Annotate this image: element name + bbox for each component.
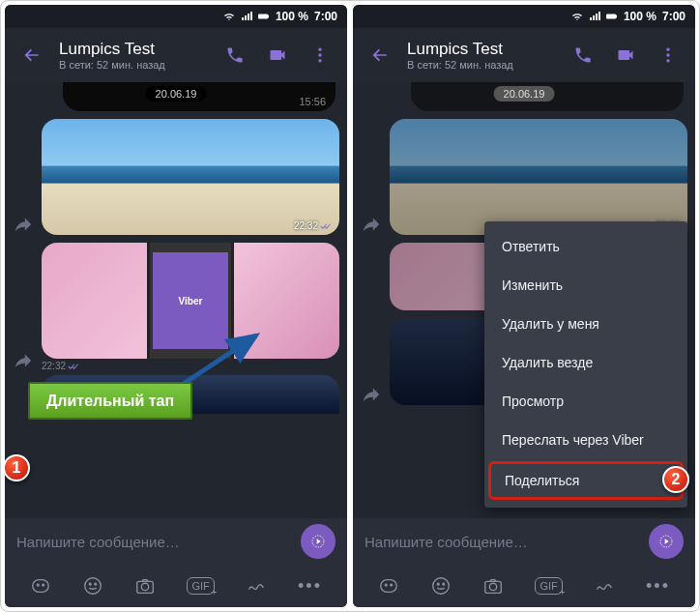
- forward-icon[interactable]: [361, 214, 382, 235]
- forward-icon[interactable]: [361, 384, 382, 405]
- menu-item-forward-viber[interactable]: Переслать через Viber: [484, 421, 687, 459]
- menu-item-edit[interactable]: Изменить: [484, 266, 687, 305]
- voice-message-button[interactable]: [301, 524, 335, 559]
- sticker-icon[interactable]: [378, 575, 399, 597]
- doodle-icon[interactable]: [594, 575, 615, 597]
- chat-title[interactable]: Lumpics Test: [407, 40, 556, 59]
- message-row: 22:32: [361, 119, 687, 235]
- more-attachments[interactable]: •••: [646, 576, 670, 597]
- chat-area[interactable]: 20.06.19 22:32 Viber Ответить Изменить У…: [353, 82, 695, 518]
- svg-rect-20: [381, 580, 397, 593]
- menu-item-delete-for-me[interactable]: Удалить у меня: [484, 305, 687, 343]
- svg-point-25: [443, 583, 445, 585]
- svg-point-18: [666, 59, 669, 62]
- gif-button[interactable]: GIF+: [187, 577, 214, 595]
- more-button[interactable]: [653, 40, 684, 71]
- timestamp: 22:32: [294, 220, 332, 231]
- attachment-toolbar: GIF+ •••: [353, 565, 695, 607]
- status-bar: 100 % 7:00: [353, 5, 695, 28]
- svg-point-27: [490, 583, 497, 590]
- gif-button[interactable]: GIF+: [535, 577, 562, 595]
- phone-right: 100 % 7:00 Lumpics Test В сети: 52 мин. …: [353, 5, 695, 607]
- svg-rect-14: [606, 15, 616, 19]
- svg-point-17: [666, 53, 669, 56]
- chat-subtitle: В сети: 52 мин. назад: [59, 59, 208, 71]
- camera-icon[interactable]: [482, 575, 504, 597]
- signal-icon: [241, 11, 252, 22]
- clock: 7:00: [314, 10, 337, 23]
- photo-message-beach[interactable]: 22:32: [390, 119, 687, 235]
- video-call-button[interactable]: [610, 40, 641, 71]
- svg-rect-0: [258, 15, 268, 19]
- signal-icon: [589, 11, 600, 22]
- svg-point-13: [142, 583, 149, 590]
- input-bar: Напишите сообщение…: [5, 518, 347, 565]
- annotation-badge-2: 2: [662, 466, 689, 493]
- date-badge: 20.06.19: [146, 86, 207, 102]
- message-input[interactable]: Напишите сообщение…: [365, 534, 641, 550]
- date-badge: 20.06.19: [494, 86, 555, 102]
- sticker-icon[interactable]: [30, 575, 51, 597]
- svg-rect-6: [33, 580, 49, 593]
- message-row: 22:32: [13, 119, 339, 235]
- voice-call-button[interactable]: [219, 40, 250, 71]
- voice-message-button[interactable]: [649, 524, 684, 559]
- app-bar: Lumpics Test В сети: 52 мин. назад: [5, 28, 347, 82]
- status-bar: 100 % 7:00: [5, 5, 347, 28]
- app-bar: Lumpics Test В сети: 52 мин. назад: [353, 28, 695, 82]
- battery-icon: [606, 11, 618, 22]
- video-call-button[interactable]: [262, 40, 293, 71]
- svg-point-3: [318, 53, 321, 56]
- forward-icon[interactable]: [13, 350, 34, 371]
- menu-item-view[interactable]: Просмотр: [484, 382, 687, 421]
- svg-point-23: [433, 578, 450, 595]
- chat-subtitle: В сети: 52 мин. назад: [407, 59, 556, 71]
- chat-area[interactable]: 15:56 20.06.19 22:32 Viber 22:32 Длитель…: [5, 82, 347, 518]
- menu-item-reply[interactable]: Ответить: [484, 227, 687, 266]
- menu-item-delete-everywhere[interactable]: Удалить везде: [484, 343, 687, 382]
- svg-point-22: [391, 584, 393, 586]
- svg-rect-1: [268, 15, 269, 18]
- context-menu: Ответить Изменить Удалить у меня Удалить…: [484, 221, 687, 508]
- attachment-toolbar: GIF+ •••: [5, 565, 347, 607]
- emoji-icon[interactable]: [430, 575, 452, 597]
- back-button[interactable]: [16, 40, 47, 71]
- battery-icon: [258, 11, 270, 22]
- svg-point-16: [666, 48, 669, 51]
- svg-point-2: [318, 48, 321, 51]
- forward-icon[interactable]: [13, 214, 34, 235]
- svg-rect-15: [616, 15, 617, 18]
- more-attachments[interactable]: •••: [298, 576, 322, 597]
- wifi-icon: [571, 11, 583, 22]
- svg-point-9: [85, 578, 102, 595]
- menu-item-share[interactable]: Поделиться: [488, 461, 684, 500]
- message-input[interactable]: Напишите сообщение…: [16, 534, 293, 550]
- camera-icon[interactable]: [134, 575, 156, 597]
- svg-point-8: [43, 584, 44, 586]
- input-bar: Напишите сообщение…: [353, 518, 695, 565]
- battery-pct: 100 %: [276, 10, 308, 23]
- more-button[interactable]: [305, 40, 335, 71]
- doodle-icon[interactable]: [246, 575, 267, 597]
- battery-pct: 100 %: [624, 10, 656, 23]
- tip-long-tap: Длительный тап: [28, 382, 192, 420]
- back-button[interactable]: [365, 40, 395, 71]
- emoji-icon[interactable]: [82, 575, 103, 597]
- clock: 7:00: [662, 10, 685, 23]
- svg-point-11: [95, 583, 97, 585]
- svg-point-7: [37, 584, 39, 586]
- voice-call-button[interactable]: [568, 40, 598, 71]
- wifi-icon: [223, 11, 235, 22]
- photo-message-beach[interactable]: 22:32: [42, 119, 339, 235]
- svg-point-21: [385, 584, 387, 586]
- svg-point-4: [318, 59, 321, 62]
- phone-left: 100 % 7:00 Lumpics Test В сети: 52 мин. …: [5, 5, 347, 607]
- chat-title[interactable]: Lumpics Test: [59, 40, 208, 59]
- svg-point-10: [90, 583, 92, 585]
- svg-point-24: [438, 583, 440, 585]
